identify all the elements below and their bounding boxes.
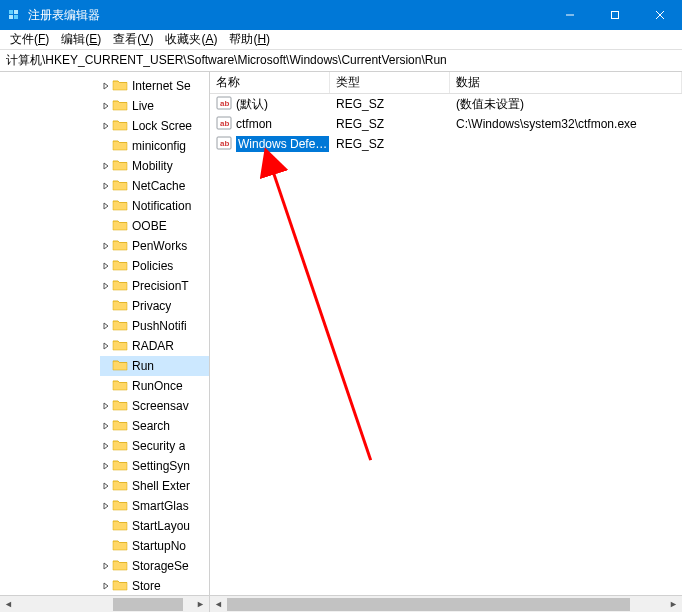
scroll-left-icon[interactable]: ◄	[0, 596, 17, 613]
tree-node-label: Notification	[132, 199, 191, 213]
folder-icon	[112, 438, 132, 455]
tree-node[interactable]: SmartGlas	[100, 496, 209, 516]
tree-node[interactable]: PushNotifi	[100, 316, 209, 336]
column-header-type[interactable]: 类型	[330, 72, 450, 93]
tree-node[interactable]: Shell Exter	[100, 476, 209, 496]
svg-rect-5	[611, 12, 618, 19]
cell-type: REG_SZ	[330, 97, 450, 111]
folder-icon	[112, 238, 132, 255]
tree-node-label: Store	[132, 579, 161, 593]
tree-node[interactable]: Run	[100, 356, 209, 376]
folder-icon	[112, 418, 132, 435]
folder-icon	[112, 178, 132, 195]
address-bar[interactable]: 计算机\HKEY_CURRENT_USER\Software\Microsoft…	[0, 50, 682, 72]
expand-icon[interactable]	[100, 562, 112, 570]
expand-icon[interactable]	[100, 202, 112, 210]
list-row[interactable]: ab(默认)REG_SZ(数值未设置)	[210, 94, 682, 114]
menu-item[interactable]: 查看(V)	[107, 29, 159, 50]
expand-icon[interactable]	[100, 242, 112, 250]
tree-node-label: Policies	[132, 259, 173, 273]
folder-icon	[112, 458, 132, 475]
tree-node[interactable]: StartupNo	[100, 536, 209, 556]
expand-icon[interactable]	[100, 162, 112, 170]
menu-item[interactable]: 收藏夹(A)	[159, 29, 223, 50]
tree-node[interactable]: Screensav	[100, 396, 209, 416]
tree-node[interactable]: OOBE	[100, 216, 209, 236]
cell-name: abWindows Defe…	[210, 136, 330, 153]
tree-node[interactable]: Privacy	[100, 296, 209, 316]
expand-icon[interactable]	[100, 582, 112, 590]
tree-node[interactable]: StartLayou	[100, 516, 209, 536]
tree-node[interactable]: RunOnce	[100, 376, 209, 396]
folder-icon	[112, 258, 132, 275]
column-header-data[interactable]: 数据	[450, 72, 682, 93]
tree-node[interactable]: Policies	[100, 256, 209, 276]
close-button[interactable]	[637, 0, 682, 30]
folder-icon	[112, 138, 132, 155]
reg-string-icon: ab	[216, 136, 236, 153]
svg-rect-0	[9, 10, 13, 14]
menu-item[interactable]: 编辑(E)	[55, 29, 107, 50]
menu-item[interactable]: 文件(F)	[4, 29, 55, 50]
column-header-name[interactable]: 名称	[210, 72, 330, 93]
titlebar: 注册表编辑器	[0, 0, 682, 30]
tree-node[interactable]: Lock Scree	[100, 116, 209, 136]
expand-icon[interactable]	[100, 182, 112, 190]
tree-node-label: Security a	[132, 439, 185, 453]
folder-icon	[112, 318, 132, 335]
tree-node-label: RADAR	[132, 339, 174, 353]
expand-icon[interactable]	[100, 442, 112, 450]
tree-node-label: Privacy	[132, 299, 171, 313]
expand-icon[interactable]	[100, 502, 112, 510]
list-horizontal-scrollbar[interactable]: ◄ ►	[210, 595, 682, 612]
tree-node[interactable]: PrecisionT	[100, 276, 209, 296]
folder-icon	[112, 378, 132, 395]
tree-node[interactable]: Search	[100, 416, 209, 436]
expand-icon[interactable]	[100, 82, 112, 90]
folder-icon	[112, 578, 132, 595]
tree-node[interactable]: NetCache	[100, 176, 209, 196]
expand-icon[interactable]	[100, 422, 112, 430]
minimize-button[interactable]	[547, 0, 592, 30]
scroll-right-icon[interactable]: ►	[665, 596, 682, 613]
maximize-button[interactable]	[592, 0, 637, 30]
expand-icon[interactable]	[100, 482, 112, 490]
expand-icon[interactable]	[100, 462, 112, 470]
expand-icon[interactable]	[100, 122, 112, 130]
address-text: 计算机\HKEY_CURRENT_USER\Software\Microsoft…	[6, 52, 447, 69]
values-list[interactable]: ab(默认)REG_SZ(数值未设置)abctfmonREG_SZC:\Wind…	[210, 94, 682, 595]
folder-icon	[112, 298, 132, 315]
menu-item[interactable]: 帮助(H)	[223, 29, 276, 50]
scroll-left-icon[interactable]: ◄	[210, 596, 227, 613]
tree-node[interactable]: miniconfig	[100, 136, 209, 156]
expand-icon[interactable]	[100, 282, 112, 290]
svg-rect-1	[14, 10, 18, 14]
expand-icon[interactable]	[100, 102, 112, 110]
tree-node[interactable]: Notification	[100, 196, 209, 216]
menubar: 文件(F)编辑(E)查看(V)收藏夹(A)帮助(H)	[0, 30, 682, 50]
svg-rect-2	[9, 15, 13, 19]
cell-type: REG_SZ	[330, 137, 450, 151]
tree-node[interactable]: StorageSe	[100, 556, 209, 576]
tree-node[interactable]: Store	[100, 576, 209, 595]
scroll-right-icon[interactable]: ►	[192, 596, 209, 613]
list-row[interactable]: abWindows Defe…REG_SZ	[210, 134, 682, 154]
tree-scroll[interactable]: Internet SeLiveLock ScreeminiconfigMobil…	[0, 72, 209, 595]
expand-icon[interactable]	[100, 402, 112, 410]
tree-node[interactable]: SettingSyn	[100, 456, 209, 476]
tree-horizontal-scrollbar[interactable]: ◄ ►	[0, 595, 209, 612]
folder-icon	[112, 358, 132, 375]
folder-icon	[112, 218, 132, 235]
expand-icon[interactable]	[100, 322, 112, 330]
expand-icon[interactable]	[100, 342, 112, 350]
expand-icon[interactable]	[100, 262, 112, 270]
tree-node[interactable]: Mobility	[100, 156, 209, 176]
tree-node-label: Mobility	[132, 159, 173, 173]
tree-node[interactable]: Internet Se	[100, 76, 209, 96]
tree-node[interactable]: RADAR	[100, 336, 209, 356]
list-row[interactable]: abctfmonREG_SZC:\Windows\system32\ctfmon…	[210, 114, 682, 134]
tree-node[interactable]: Security a	[100, 436, 209, 456]
tree-node[interactable]: Live	[100, 96, 209, 116]
tree-node[interactable]: PenWorks	[100, 236, 209, 256]
tree-node-label: Shell Exter	[132, 479, 190, 493]
